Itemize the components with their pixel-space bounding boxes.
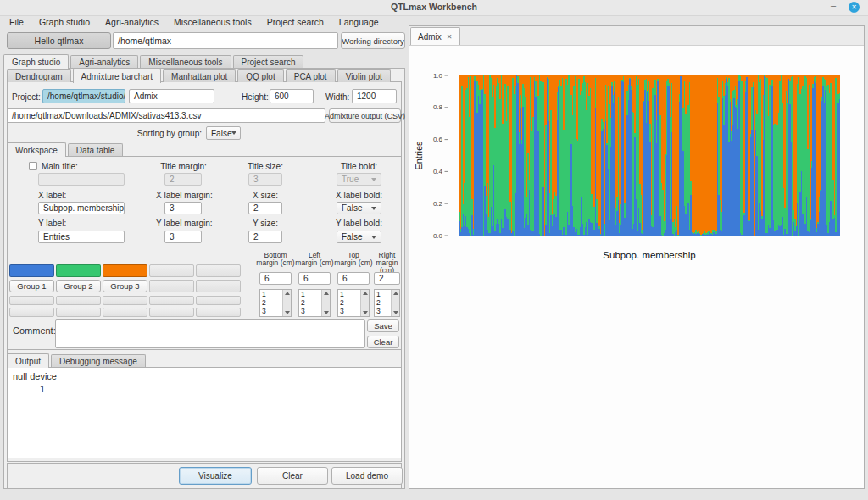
- group-color-swatch-1[interactable]: [9, 264, 54, 277]
- svg-text:0.4: 0.4: [433, 168, 443, 175]
- x-label-input[interactable]: Subpop. membership: [38, 202, 125, 214]
- viewer-tab-admix[interactable]: Admix ✕: [410, 27, 460, 45]
- title-size-input[interactable]: 3: [248, 173, 282, 186]
- comment-save-button[interactable]: Save: [367, 319, 399, 332]
- x-margin-input[interactable]: 3: [164, 202, 202, 214]
- menu-item-language[interactable]: Language: [331, 17, 387, 27]
- scroll-up-icon[interactable]: [393, 292, 398, 295]
- top-margin-listbox[interactable]: 123: [337, 289, 370, 317]
- left-margin-input[interactable]: 6: [298, 272, 331, 285]
- title-margin-input[interactable]: 2: [164, 173, 202, 186]
- group-button-3[interactable]: Group 3: [103, 280, 147, 292]
- scroll-down-icon[interactable]: [393, 311, 398, 314]
- listbox-option[interactable]: 2: [376, 298, 389, 307]
- y-bold-value: False: [342, 232, 362, 242]
- working-directory-button[interactable]: Working directory: [341, 32, 405, 49]
- listbox-option[interactable]: 3: [262, 307, 281, 315]
- tab-output[interactable]: Output: [7, 353, 49, 368]
- viewer-tab-label: Admix: [418, 32, 442, 42]
- close-button[interactable]: ✕: [849, 2, 860, 13]
- scroll-up-icon[interactable]: [363, 292, 368, 295]
- tab-graph-studio[interactable]: Graph studio: [3, 54, 69, 69]
- tab-close-icon[interactable]: ✕: [447, 33, 453, 41]
- listbox-scrollbar[interactable]: [321, 290, 330, 316]
- right-margin-input[interactable]: 2: [374, 272, 400, 285]
- scroll-up-icon[interactable]: [285, 292, 290, 295]
- y-bold-dropdown[interactable]: False: [337, 231, 381, 243]
- main-title-input[interactable]: [38, 173, 125, 186]
- scroll-up-icon[interactable]: [324, 292, 329, 295]
- tab-debugging-message[interactable]: Debugging message: [51, 354, 146, 367]
- project-name-input[interactable]: Admix: [129, 89, 214, 103]
- y-size-input[interactable]: 2: [248, 231, 282, 243]
- tab-dendrogram[interactable]: Dendrogram: [7, 69, 71, 82]
- tab-agri-analytics[interactable]: Agri-analytics: [70, 55, 138, 68]
- x-bold-dropdown[interactable]: False: [337, 202, 381, 214]
- title-bold-dropdown[interactable]: True: [337, 173, 381, 186]
- listbox-option[interactable]: 1: [340, 290, 359, 298]
- group-button-1[interactable]: Group 1: [9, 280, 54, 292]
- scroll-down-icon[interactable]: [324, 311, 329, 314]
- left-margin-listbox[interactable]: 123: [298, 289, 331, 317]
- group-button-4: [149, 280, 194, 292]
- project-path-input[interactable]: /home/qtlmax/studio/: [42, 89, 125, 103]
- menu-item-project-search[interactable]: Project search: [259, 17, 331, 27]
- y-label-input[interactable]: Entries: [38, 231, 125, 243]
- scroll-down-icon[interactable]: [363, 311, 368, 314]
- minimize-button[interactable]: –: [827, 0, 839, 14]
- listbox-option[interactable]: 1: [376, 290, 389, 298]
- clear-button[interactable]: Clear: [257, 467, 328, 485]
- menu-item-file[interactable]: File: [2, 17, 31, 27]
- csv-path-input[interactable]: /home/qtlmax/Downloads/ADMIX/sativas413.…: [7, 108, 326, 123]
- tab-qq-plot[interactable]: QQ plot: [237, 69, 283, 82]
- tab-pca-plot[interactable]: PCA plot: [286, 69, 336, 82]
- hello-button[interactable]: Hello qtlmax: [7, 32, 111, 49]
- load-demo-button[interactable]: Load demo: [331, 467, 403, 485]
- y-margin-input[interactable]: 3: [164, 231, 202, 243]
- bottom-margin-input[interactable]: 6: [259, 272, 292, 285]
- right-margin-listbox[interactable]: 123: [374, 289, 400, 317]
- visualize-button[interactable]: Visualize: [179, 467, 252, 485]
- y-bold-label: Y label bold:: [328, 219, 390, 228]
- listbox-option[interactable]: 1: [301, 290, 320, 298]
- tab-admixture-barchart[interactable]: Admixture barchart: [73, 69, 161, 83]
- group-color-swatch-3[interactable]: [103, 264, 147, 277]
- admixture-output-button[interactable]: Admixture output (CSV): [329, 108, 401, 123]
- y-size-label: Y size:: [240, 219, 291, 228]
- height-input[interactable]: 600: [270, 89, 314, 103]
- top-margin-input[interactable]: 6: [337, 272, 370, 285]
- listbox-option[interactable]: 3: [376, 307, 389, 315]
- tab-project-search[interactable]: Project search: [233, 55, 304, 68]
- listbox-scrollbar[interactable]: [282, 290, 291, 316]
- tab-manhattan-plot[interactable]: Manhattan plot: [163, 69, 236, 82]
- tab-violin-plot[interactable]: Violin plot: [337, 69, 391, 82]
- group-color-swatch-2[interactable]: [56, 264, 101, 277]
- tab-miscellaneous-tools[interactable]: Miscellaneous tools: [140, 55, 231, 68]
- listbox-option[interactable]: 3: [340, 307, 359, 315]
- menu-item-agri-analytics[interactable]: Agri-analytics: [97, 17, 166, 27]
- listbox-option[interactable]: 2: [340, 298, 359, 307]
- listbox-option[interactable]: 3: [301, 307, 320, 315]
- listbox-scrollbar[interactable]: [360, 290, 369, 316]
- output-console: null device1: [7, 367, 402, 458]
- x-size-input[interactable]: 2: [248, 202, 282, 214]
- scroll-down-icon[interactable]: [285, 311, 290, 314]
- listbox-option[interactable]: 2: [301, 298, 320, 307]
- group-button-2[interactable]: Group 2: [56, 280, 101, 292]
- listbox-option[interactable]: 2: [262, 298, 281, 307]
- listbox-scrollbar[interactable]: [391, 290, 399, 316]
- width-input[interactable]: 1200: [352, 89, 397, 103]
- comment-clear-button[interactable]: Clear: [367, 336, 399, 348]
- menu-item-miscellaneous-tools[interactable]: Miscellaneous tools: [166, 17, 259, 27]
- listbox-option[interactable]: 1: [262, 290, 281, 298]
- sorting-dropdown[interactable]: False: [206, 126, 241, 140]
- bottom-margin-listbox[interactable]: 123: [259, 289, 292, 317]
- working-directory-input[interactable]: /home/qtlmax: [113, 32, 338, 49]
- tab-workspace[interactable]: Workspace: [7, 142, 66, 157]
- group-empty-slot: [56, 296, 101, 305]
- project-label: Project:: [12, 92, 41, 102]
- menu-item-graph-studio[interactable]: Graph studio: [31, 17, 97, 27]
- comment-textarea[interactable]: [55, 319, 365, 348]
- tab-data-table[interactable]: Data table: [68, 143, 124, 156]
- main-title-checkbox[interactable]: [29, 162, 37, 170]
